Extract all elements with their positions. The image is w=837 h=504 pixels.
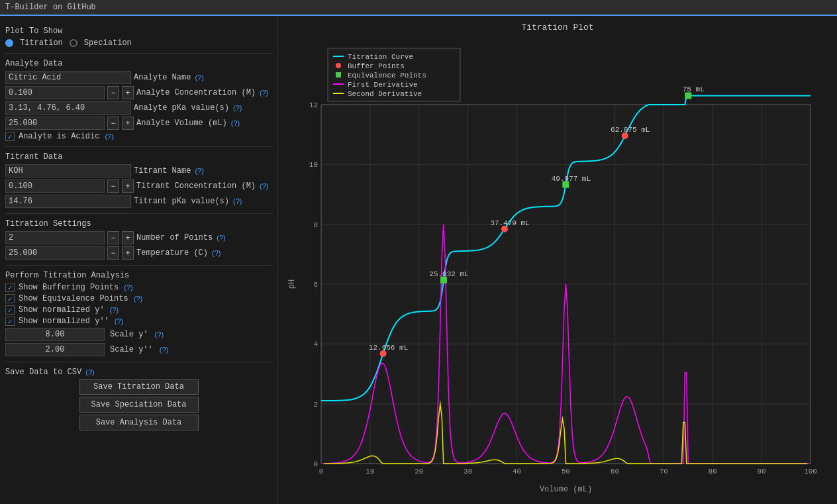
save-titration-button[interactable]: Save Titration Data — [79, 379, 199, 395]
titrant-name-label: Titrant Name — [134, 166, 191, 176]
normalized-y1-row: Show normalized y' (?) — [5, 305, 272, 315]
buffering-points-label: Show Buffering Points — [19, 283, 119, 292]
speciation-radio-label[interactable]: Speciation — [80, 38, 136, 48]
normalized-y1-checkbox[interactable] — [5, 305, 15, 315]
num-points-help[interactable]: (?) — [215, 234, 226, 242]
analyte-pka-input[interactable] — [5, 101, 131, 115]
normalized-y1-label: Show normalized y' — [19, 305, 105, 315]
equivalence-points-help[interactable]: (?) — [132, 295, 144, 303]
equivalence-points-checkbox[interactable] — [5, 294, 15, 303]
scale-y1-help[interactable]: (?) — [154, 330, 165, 338]
num-points-label: Number of Points — [136, 233, 213, 242]
equivalence-points-label: Show Equivalence Points — [19, 294, 128, 303]
scale-y2-label: Scale y'' — [110, 345, 153, 354]
temperature-label: Temperature (C) — [136, 248, 208, 258]
scale-y2-input[interactable] — [5, 343, 105, 356]
titrant-pka-row: Titrant pKa value(s) (?) — [5, 195, 272, 208]
buffering-points-help[interactable]: (?) — [123, 283, 134, 291]
speciation-radio[interactable] — [70, 39, 77, 47]
chart-wrapper — [285, 35, 830, 497]
chart-area: Titration Plot — [278, 16, 837, 504]
analyte-pka-label: Analyte pKa value(s) — [134, 103, 229, 113]
analyte-concentration-input[interactable] — [5, 86, 105, 99]
num-points-input[interactable] — [5, 231, 105, 244]
titration-radio[interactable] — [5, 39, 13, 47]
titration-chart — [285, 35, 830, 497]
titrant-concentration-row: − + Titrant Concentration (M) (?) — [5, 179, 272, 193]
analyte-is-acidic-row: Analyte is Acidic (?) — [5, 132, 272, 141]
analyte-is-acidic-label: Analyte is Acidic — [19, 132, 99, 141]
scale-y2-help[interactable]: (?) — [158, 346, 170, 354]
normalized-y2-help[interactable]: (?) — [113, 317, 124, 325]
num-points-row: − + Number of Points (?) — [5, 231, 272, 244]
save-data-csv-row: Save Data to CSV (?) — [5, 368, 272, 377]
titrant-concentration-decrement[interactable]: − — [107, 179, 119, 193]
normalized-y2-checkbox[interactable] — [5, 317, 15, 326]
title-text: T-Builder on GitHub — [5, 3, 96, 12]
analyte-data-label: Analyte Data — [5, 59, 272, 68]
analyte-is-acidic-help[interactable]: (?) — [103, 132, 115, 140]
buffering-points-checkbox[interactable] — [5, 283, 15, 292]
titrant-name-input[interactable] — [5, 164, 131, 177]
titrant-data-label: Titrant Data — [5, 152, 272, 162]
num-points-decrement[interactable]: − — [107, 231, 119, 244]
temperature-increment[interactable]: + — [122, 246, 134, 260]
titrant-concentration-increment[interactable]: + — [122, 179, 134, 193]
scale-y1-input[interactable] — [5, 328, 105, 341]
temperature-decrement[interactable]: − — [107, 246, 119, 260]
scale-y2-row: Scale y'' (?) — [5, 343, 272, 356]
analyte-pka-help[interactable]: (?) — [232, 104, 243, 112]
scale-y1-label: Scale y' — [110, 330, 148, 339]
titrant-pka-label: Titrant pKa value(s) — [134, 197, 229, 206]
num-points-increment[interactable]: + — [122, 231, 134, 244]
analyte-volume-help[interactable]: (?) — [230, 119, 241, 127]
titrant-pka-help[interactable]: (?) — [232, 197, 243, 205]
titrant-concentration-help[interactable]: (?) — [258, 182, 270, 190]
save-data-csv-label: Save Data to CSV — [5, 368, 81, 377]
titration-radio-label[interactable]: Titration — [16, 38, 67, 48]
normalized-y2-row: Show normalized y'' (?) — [5, 317, 272, 326]
save-analysis-button[interactable]: Save Analysis Data — [79, 415, 199, 430]
save-data-csv-help[interactable]: (?) — [84, 368, 95, 376]
analyte-volume-row: − + Analyte Volume (mL) (?) — [5, 117, 272, 130]
sidebar: Plot To Show Titration Speciation Analyt… — [0, 16, 278, 504]
analyte-name-help[interactable]: (?) — [193, 74, 205, 81]
normalized-y1-help[interactable]: (?) — [109, 306, 120, 314]
plot-type-row: Titration Speciation — [5, 38, 272, 48]
save-speciation-button[interactable]: Save Speciation Data — [79, 397, 199, 413]
temperature-input[interactable] — [5, 246, 105, 260]
perform-analysis-label: Perform Titration Analysis — [5, 271, 272, 280]
analyte-is-acidic-checkbox[interactable] — [5, 132, 15, 141]
normalized-y2-label: Show normalized y'' — [19, 317, 109, 326]
buffering-points-row: Show Buffering Points (?) — [5, 283, 272, 292]
temperature-help[interactable]: (?) — [211, 249, 222, 257]
titrant-name-row: Titrant Name (?) — [5, 164, 272, 177]
titrant-pka-input[interactable] — [5, 195, 131, 208]
analyte-volume-label: Analyte Volume (mL) — [136, 119, 227, 128]
analyte-name-input[interactable] — [5, 71, 131, 84]
titrant-name-help[interactable]: (?) — [193, 167, 205, 175]
scale-y1-row: Scale y' (?) — [5, 328, 272, 341]
analyte-volume-increment[interactable]: + — [122, 117, 134, 130]
analyte-pka-row: Analyte pKa value(s) (?) — [5, 101, 272, 115]
equivalence-points-row: Show Equivalence Points (?) — [5, 294, 272, 303]
analyte-concentration-help[interactable]: (?) — [258, 89, 270, 97]
title-bar: T-Builder on GitHub — [0, 0, 837, 16]
titrant-concentration-label: Titrant Concentration (M) — [136, 181, 256, 191]
analyte-volume-decrement[interactable]: − — [107, 117, 119, 130]
analyte-concentration-decrement[interactable]: − — [107, 86, 119, 99]
temperature-row: − + Temperature (C) (?) — [5, 246, 272, 260]
titrant-concentration-input[interactable] — [5, 179, 105, 193]
plot-to-show-label: Plot To Show — [5, 26, 272, 36]
analyte-volume-input[interactable] — [5, 117, 105, 130]
analyte-concentration-row: − + Analyte Concentration (M) (?) — [5, 86, 272, 99]
analyte-name-row: Analyte Name (?) — [5, 71, 272, 84]
titration-settings-label: Titration Settings — [5, 219, 272, 228]
analyte-concentration-increment[interactable]: + — [122, 86, 134, 99]
chart-title: Titration Plot — [285, 23, 830, 32]
analyte-name-label: Analyte Name — [134, 73, 191, 82]
analyte-concentration-label: Analyte Concentration (M) — [136, 88, 256, 97]
